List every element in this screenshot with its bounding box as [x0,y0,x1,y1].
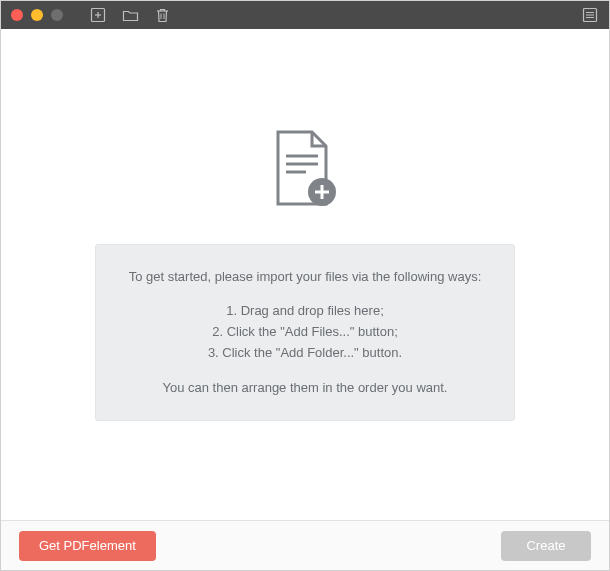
minimize-window-button[interactable] [31,9,43,21]
toolbar [89,6,171,24]
delete-icon[interactable] [153,6,171,24]
drop-zone[interactable]: To get started, please import your files… [1,29,609,520]
instruction-panel: To get started, please import your files… [95,244,515,422]
add-folder-icon[interactable] [121,6,139,24]
titlebar [1,1,609,29]
window-controls [11,9,63,21]
create-button: Create [501,531,591,561]
list-view-icon[interactable] [581,6,599,24]
instruction-step: 2. Click the "Add Files..." button; [114,322,496,343]
maximize-window-button[interactable] [51,9,63,21]
instruction-outro: You can then arrange them in the order y… [114,378,496,399]
instruction-intro: To get started, please import your files… [114,267,496,288]
add-file-icon[interactable] [89,6,107,24]
app-window: To get started, please import your files… [0,0,610,571]
close-window-button[interactable] [11,9,23,21]
instruction-step: 1. Drag and drop files here; [114,301,496,322]
footer-bar: Get PDFelement Create [1,520,609,570]
get-pdfelement-button[interactable]: Get PDFelement [19,531,156,561]
add-document-icon [270,128,340,216]
instruction-step: 3. Click the "Add Folder..." button. [114,343,496,364]
instruction-steps: 1. Drag and drop files here; 2. Click th… [114,301,496,363]
